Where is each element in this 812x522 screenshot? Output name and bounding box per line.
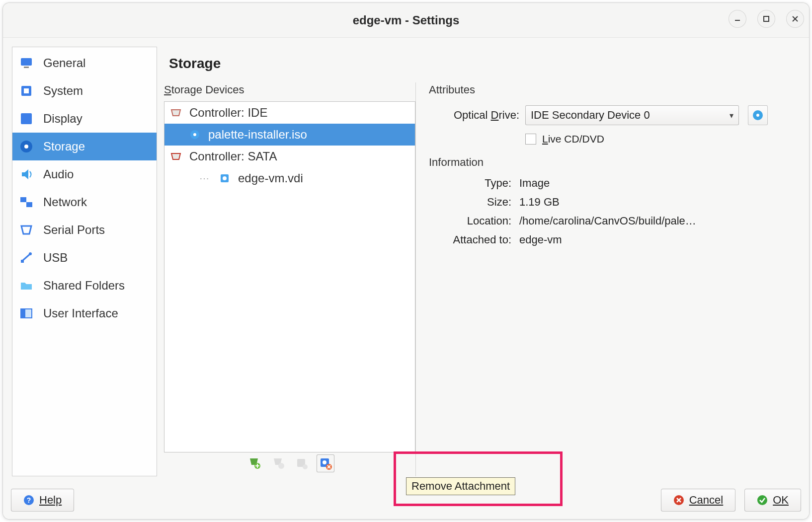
sidebar-item-system[interactable]: System <box>12 77 157 105</box>
usb-icon <box>19 251 33 265</box>
settings-window: edge-vm - Settings G <box>2 2 810 520</box>
sidebar-item-label: USB <box>43 251 68 265</box>
sidebar-item-user-interface[interactable]: User Interface <box>12 299 157 327</box>
tree-label: edge-vm.vdi <box>238 171 303 185</box>
network-icon <box>19 195 33 209</box>
svg-point-10 <box>24 145 28 149</box>
tree-item-optical-iso[interactable]: palette-installer.iso <box>164 124 415 146</box>
serial-icon <box>19 223 33 237</box>
controller-ide-icon <box>169 106 182 119</box>
svg-point-34 <box>323 460 326 464</box>
cancel-label: Cancel <box>689 494 723 506</box>
speaker-icon <box>19 167 33 181</box>
sidebar-item-display[interactable]: Display <box>12 105 157 133</box>
info-attached-label: Attached to: <box>429 233 519 246</box>
tree-label: palette-installer.iso <box>208 128 307 142</box>
svg-rect-8 <box>21 113 32 124</box>
sidebar-item-shared-folders[interactable]: Shared Folders <box>12 272 157 299</box>
ok-button[interactable]: OK <box>744 489 801 512</box>
info-type-value: Image <box>519 177 801 190</box>
sidebar-item-label: Storage <box>43 140 85 153</box>
disk-icon <box>19 140 33 153</box>
monitor-icon <box>19 56 33 70</box>
info-location-value: /home/carolina/CanvOS/build/pale… <box>519 215 801 227</box>
remove-attachment-button[interactable] <box>317 454 334 472</box>
titlebar: edge-vm - Settings <box>3 3 809 38</box>
svg-rect-18 <box>21 309 25 318</box>
svg-marker-11 <box>22 169 28 179</box>
live-cd-label: Live CD/DVD <box>542 133 604 145</box>
tree-controller-ide[interactable]: Controller: IDE <box>164 102 415 124</box>
info-size-value: 1.19 GB <box>519 196 801 209</box>
display-icon <box>19 112 33 126</box>
sidebar-item-storage[interactable]: Storage <box>12 133 157 160</box>
attributes-label: Attributes <box>429 82 801 101</box>
sidebar-item-label: System <box>43 84 83 98</box>
info-attached-value: edge-vm <box>519 233 801 246</box>
svg-marker-22 <box>171 153 180 159</box>
sidebar-item-label: General <box>43 56 85 70</box>
sidebar-item-serial-ports[interactable]: Serial Ports <box>12 216 157 244</box>
window-title: edge-vm - Settings <box>353 13 460 27</box>
optical-drive-label: Optical Drive: <box>429 109 519 122</box>
sidebar-item-label: Audio <box>43 167 74 181</box>
svg-point-39 <box>756 114 759 117</box>
svg-rect-4 <box>21 58 32 66</box>
svg-point-45 <box>757 495 767 505</box>
sidebar-item-network[interactable]: Network <box>12 188 157 216</box>
svg-rect-13 <box>26 202 32 207</box>
optical-disc-icon <box>188 128 201 141</box>
storage-toolbar: Remove Attachment <box>164 452 415 476</box>
choose-disk-button[interactable] <box>748 105 768 125</box>
svg-rect-16 <box>21 260 24 263</box>
svg-point-30 <box>278 463 284 469</box>
window-maximize-button[interactable] <box>757 10 775 28</box>
chevron-down-icon: ▾ <box>730 111 733 120</box>
chip-icon <box>19 84 33 98</box>
sidebar-item-audio[interactable]: Audio <box>12 160 157 188</box>
svg-rect-12 <box>20 197 26 202</box>
add-controller-button[interactable] <box>245 454 263 472</box>
tree-item-harddisk[interactable]: ⋯ edge-vm.vdi <box>164 167 415 189</box>
optical-drive-select[interactable]: IDE Secondary Device 0 ▾ <box>525 105 739 125</box>
cancel-button[interactable]: Cancel <box>661 489 735 512</box>
svg-marker-19 <box>171 110 180 116</box>
ui-icon <box>19 306 33 320</box>
tree-label: Controller: IDE <box>189 106 267 120</box>
information-label: Information <box>429 155 801 174</box>
info-size-label: Size: <box>429 196 519 209</box>
help-label: Help <box>39 494 62 506</box>
svg-point-21 <box>193 133 196 136</box>
harddisk-icon <box>218 172 231 185</box>
info-location-label: Location: <box>429 215 519 227</box>
settings-sidebar: General System Display <box>12 47 157 476</box>
sidebar-item-label: Serial Ports <box>43 223 105 237</box>
svg-text:?: ? <box>27 496 31 504</box>
window-close-button[interactable] <box>786 10 804 28</box>
sidebar-item-label: Network <box>43 195 87 209</box>
storage-devices-tree[interactable]: Controller: IDE palette-installer.iso <box>164 101 415 452</box>
tree-controller-sata[interactable]: Controller: SATA <box>164 146 415 167</box>
add-attachment-button[interactable] <box>293 454 311 472</box>
sidebar-item-general[interactable]: General <box>12 49 157 77</box>
tree-label: Controller: SATA <box>189 149 277 163</box>
svg-rect-5 <box>24 67 29 68</box>
optical-drive-value: IDE Secondary Device 0 <box>531 109 650 122</box>
remove-controller-button[interactable] <box>269 454 287 472</box>
storage-pane: Storage Storage Devices Controller: IDE <box>164 47 801 476</box>
svg-point-32 <box>303 464 308 469</box>
sidebar-item-usb[interactable]: USB <box>12 244 157 272</box>
ok-label: OK <box>773 494 789 506</box>
sidebar-item-label: Display <box>43 112 82 126</box>
window-minimize-button[interactable] <box>729 10 746 28</box>
svg-point-24 <box>223 176 227 180</box>
svg-marker-14 <box>21 226 31 234</box>
live-cd-checkbox[interactable] <box>525 134 536 145</box>
remove-attachment-tooltip: Remove Attachment <box>406 477 515 495</box>
help-button[interactable]: ? Help <box>11 489 74 512</box>
tree-guide-icon: ⋯ <box>199 172 211 184</box>
svg-rect-1 <box>764 16 769 21</box>
controller-sata-icon <box>169 150 182 163</box>
svg-rect-7 <box>24 88 29 93</box>
storage-devices-label: Storage Devices <box>164 82 415 101</box>
